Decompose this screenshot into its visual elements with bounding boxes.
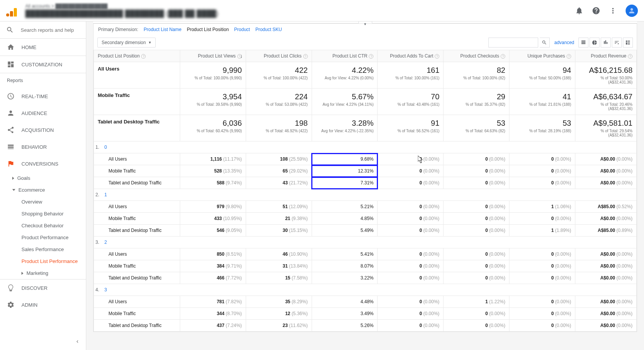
table-row: Mobile Traffic 528 (13.35%) 65 (29.02%) … <box>94 165 637 177</box>
position-link[interactable]: 0 <box>104 145 107 150</box>
bulb-icon <box>7 284 15 292</box>
nav-checkout-behavior[interactable]: Checkout Behavior <box>0 220 86 232</box>
col-adds[interactable]: Product Adds To Cart? <box>378 50 444 62</box>
position-link[interactable]: 3 <box>104 287 107 292</box>
col-views[interactable]: Product List Views?↓ <box>180 50 246 62</box>
table-row: All Users 1,116 (11.17%) 108 (25.59%) 9.… <box>94 153 637 165</box>
position-link[interactable]: 2 <box>104 240 107 245</box>
table-search-input[interactable] <box>488 38 538 48</box>
nav-discover[interactable]: DISCOVER <box>0 279 86 296</box>
nav-behavior[interactable]: BEHAVIOR <box>0 138 86 155</box>
ga-logo-icon <box>6 5 18 16</box>
data-table: Product List Position? Product List View… <box>94 50 637 332</box>
nav-ecommerce[interactable]: Ecommerce <box>0 184 86 196</box>
nav-product-performance[interactable]: Product Performance <box>0 232 86 243</box>
behavior-icon <box>7 143 15 151</box>
view-title[interactable]: ████████████████████ ████████ (███ ██ ██… <box>25 10 575 18</box>
table-row: Tablet and Desktop Traffic 437 (7.24%) 2… <box>94 320 637 332</box>
app-header: All accounts > ████████████████ ████████… <box>0 0 644 21</box>
breadcrumb[interactable]: All accounts > ████████████████ <box>25 3 575 9</box>
summary-row: All Users 9,990% of Total: 100.00% (9,99… <box>94 62 637 89</box>
col-ctr[interactable]: Product List CTR? <box>312 50 378 62</box>
group-header-row: 1. 0 <box>94 141 637 153</box>
search-reports[interactable]: Search reports and help <box>0 21 86 38</box>
more-vert-icon[interactable] <box>609 7 617 15</box>
table-row: Mobile Traffic 384 (9.71%) 31 (13.84%) 8… <box>94 260 637 272</box>
view-pie-icon[interactable] <box>590 38 600 48</box>
nav-admin[interactable]: ADMIN <box>0 296 86 313</box>
clock-icon <box>7 92 15 100</box>
table-search-button[interactable] <box>540 38 550 48</box>
position-link[interactable]: 1 <box>104 192 107 197</box>
gear-icon <box>7 301 15 309</box>
view-comparison-icon[interactable] <box>612 38 622 48</box>
home-icon <box>7 43 15 51</box>
col-revenue[interactable]: Product Revenue? <box>575 50 637 62</box>
dim-product-list-position[interactable]: Product List Position <box>187 27 228 32</box>
dim-product[interactable]: Product <box>234 27 250 32</box>
nav-shopping-behavior[interactable]: Shopping Behavior <box>0 208 86 220</box>
col-checkouts[interactable]: Product Checkouts? <box>444 50 509 62</box>
view-data-table-icon[interactable] <box>578 38 588 48</box>
collapse-sidebar-button[interactable] <box>73 337 82 346</box>
nav-sales-performance[interactable]: Sales Performance <box>0 243 86 255</box>
table-row: Tablet and Desktop Traffic 588 (9.74%) 4… <box>94 177 637 189</box>
share-icon <box>7 126 15 134</box>
nav-goals[interactable]: Goals <box>0 172 86 184</box>
group-header-row: 4. 3 <box>94 284 637 296</box>
advanced-filter-link[interactable]: advanced <box>554 40 574 45</box>
table-row: Mobile Traffic 344 (8.70%) 12 (5.36%) 3.… <box>94 308 637 320</box>
search-icon <box>6 26 14 34</box>
table-row: All Users 850 (8.51%) 46 (10.90%) 5.41% … <box>94 248 637 260</box>
user-avatar[interactable] <box>626 5 638 17</box>
view-pivot-icon[interactable] <box>623 38 633 48</box>
nav-realtime[interactable]: REAL-TIME <box>0 88 86 105</box>
nav-audience[interactable]: AUDIENCE <box>0 105 86 122</box>
nav-marketing[interactable]: Marketing <box>0 267 86 279</box>
secondary-dimension-button[interactable]: Secondary dimension ▼ <box>97 38 156 48</box>
group-header-row: 3. 2 <box>94 237 637 248</box>
sidebar: Search reports and help HOME CUSTOMIZATI… <box>0 21 86 350</box>
summary-row: Mobile Traffic 3,954% of Total: 39.58% (… <box>94 89 637 115</box>
notifications-icon[interactable] <box>575 7 583 15</box>
reports-section-label: Reports <box>0 73 86 88</box>
table-row: All Users 979 (9.80%) 51 (12.09%) 5.21% … <box>94 201 637 213</box>
nav-home[interactable]: HOME <box>0 39 86 56</box>
nav-conversions[interactable]: CONVERSIONS <box>0 155 86 172</box>
person-icon <box>7 109 15 117</box>
nav-acquisition[interactable]: ACQUISITION <box>0 122 86 138</box>
col-clicks[interactable]: Product List Clicks? <box>246 50 312 62</box>
help-icon[interactable] <box>592 7 600 15</box>
nav-overview[interactable]: Overview <box>0 196 86 208</box>
dim-product-sku[interactable]: Product SKU <box>255 27 282 32</box>
view-performance-icon[interactable] <box>601 38 611 48</box>
main-content: ▾ Primary Dimension: Product List Name P… <box>86 21 644 350</box>
nav-product-list-performance[interactable]: Product List Performance <box>0 255 86 267</box>
flag-icon <box>7 160 15 168</box>
summary-row: Tablet and Desktop Traffic 6,036% of Tot… <box>94 115 637 141</box>
nav-customization[interactable]: CUSTOMIZATION <box>0 56 86 73</box>
table-row: Mobile Traffic 433 (10.95%) 21 (9.38%) 4… <box>94 213 637 225</box>
table-row: All Users 781 (7.82%) 35 (8.29%) 4.48% 0… <box>94 296 637 308</box>
dim-product-list-name[interactable]: Product List Name <box>144 27 182 32</box>
table-row: Tablet and Desktop Traffic 466 (7.72%) 1… <box>94 272 637 284</box>
group-header-row: 2. 1 <box>94 189 637 201</box>
dashboard-icon <box>7 61 15 68</box>
col-purchases[interactable]: Unique Purchases? <box>509 50 575 62</box>
col-position[interactable]: Product List Position? <box>94 50 180 62</box>
table-row: Tablet and Desktop Traffic 546 (9.05%) 3… <box>94 225 637 237</box>
